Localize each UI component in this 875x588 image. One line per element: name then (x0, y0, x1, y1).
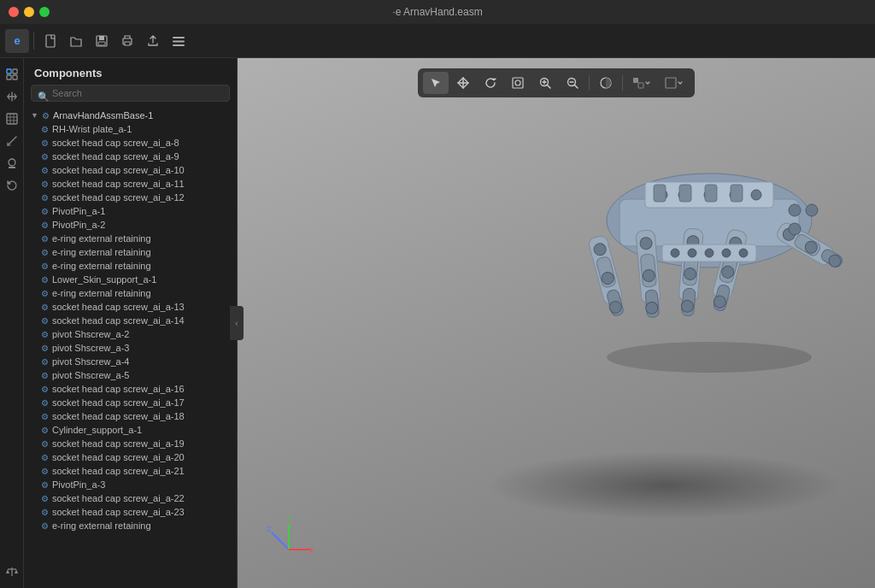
tree-item[interactable]: ⚙ e-ring external retaining (24, 519, 237, 532)
tree-item[interactable]: ⚙ pivot Shscrew_a-5 (24, 368, 237, 382)
svg-rect-7 (173, 40, 185, 42)
root-part-icon: ⚙ (42, 111, 50, 121)
sidebar-icon-balance[interactable] (3, 562, 21, 581)
tree-item[interactable]: ⚙ socket head cap screw_ai_a-23 (24, 505, 237, 519)
save-button[interactable] (90, 29, 114, 53)
viewport-zoom-out-button[interactable] (560, 72, 585, 94)
svg-point-74 (688, 249, 696, 257)
viewport-pan-button[interactable] (450, 72, 476, 94)
tree-item-label: socket head cap screw_ai_a-10 (52, 165, 185, 175)
tree-item[interactable]: ⚙ pivot Shscrew_a-4 (24, 355, 237, 368)
part-icon: ⚙ (41, 179, 49, 189)
tree-item[interactable]: ⚙ e-ring external retaining (24, 259, 237, 273)
part-icon: ⚙ (41, 220, 49, 230)
tree-item[interactable]: ⚙ socket head cap screw_ai_a-12 (24, 191, 237, 204)
tree-item-label: socket head cap screw_ai_a-14 (52, 315, 185, 326)
3d-viewport[interactable]: Z Y X (238, 58, 875, 588)
part-icon: ⚙ (41, 316, 49, 326)
viewport-view-button[interactable] (659, 72, 690, 94)
tree-item[interactable]: ⚙ pivot Shscrew_a-3 (24, 341, 237, 355)
viewport-select-button[interactable] (423, 72, 449, 94)
tree-item[interactable]: ⚙ Cylinder_support_a-1 (24, 423, 237, 437)
tree-item[interactable]: ⚙ e-ring external retaining (24, 245, 237, 259)
part-icon: ⚙ (41, 494, 49, 503)
minimize-button[interactable] (24, 7, 34, 17)
window-title: ∙e ArnavHand.easm (392, 6, 482, 18)
tree-item-label: socket head cap screw_ai_a-18 (52, 411, 185, 421)
tree-item[interactable]: ⚙ socket head cap screw_ai_a-11 (24, 177, 237, 191)
part-icon: ⚙ (41, 248, 49, 257)
tree-item[interactable]: ⚙ socket head cap screw_ai_a-8 (24, 136, 237, 150)
tree-item[interactable]: ⚙ socket head cap screw_ai_a-21 (24, 464, 237, 478)
part-icon: ⚙ (41, 166, 49, 175)
component-tree: ▼ ⚙ ArnavHandAssmBase-1 ⚙ RH-Wrist plate… (24, 109, 237, 588)
svg-rect-39 (679, 185, 691, 202)
svg-rect-2 (99, 36, 104, 40)
tree-item[interactable]: ⚙ socket head cap screw_ai_a-18 (24, 409, 237, 423)
viewport-zoom-in-button[interactable] (532, 72, 558, 94)
open-file-button[interactable] (64, 29, 88, 53)
tree-item[interactable]: ⚙ RH-Wrist plate_a-1 (24, 122, 237, 136)
main-layout: Components 🔍 ▼ ⚙ ArnavHandAssmBase-1 ⚙ R… (0, 58, 875, 588)
part-icon: ⚙ (41, 357, 49, 367)
settings-button[interactable] (167, 29, 191, 53)
viewport-zoom-fit-button[interactable] (505, 72, 531, 94)
viewport-rotate-button[interactable] (478, 72, 503, 94)
panel-collapse-handle[interactable]: ‹ (230, 306, 244, 340)
tree-item-label: PivotPin_a-1 (52, 206, 105, 216)
tree-item-label: Cylinder_support_a-1 (52, 425, 142, 435)
tree-item[interactable]: ⚙ socket head cap screw_ai_a-22 (24, 491, 237, 505)
print-button[interactable] (115, 29, 139, 53)
tree-item-label: socket head cap screw_ai_a-19 (52, 438, 185, 449)
svg-point-80 (789, 223, 801, 235)
tree-root-item[interactable]: ▼ ⚙ ArnavHandAssmBase-1 (24, 109, 237, 122)
sidebar-icon-history[interactable] (3, 176, 21, 195)
logo-button[interactable]: e (5, 29, 29, 53)
viewport-materials-button[interactable] (593, 72, 619, 94)
new-file-button[interactable] (38, 29, 62, 53)
sidebar-icon-stamp[interactable] (3, 154, 21, 173)
viewport-display-mode-button[interactable] (626, 72, 657, 94)
sidebar-icon-transform[interactable] (3, 87, 21, 106)
tree-item[interactable]: ⚙ pivot Shscrew_a-2 (24, 327, 237, 341)
part-icon: ⚙ (41, 262, 49, 271)
tree-item-label: PivotPin_a-2 (52, 220, 105, 230)
tree-item[interactable]: ⚙ e-ring external retaining (24, 286, 237, 300)
part-icon: ⚙ (41, 412, 49, 421)
export-button[interactable] (141, 29, 165, 53)
tree-item[interactable]: ⚙ socket head cap screw_ai_a-17 (24, 396, 237, 409)
tree-item[interactable]: ⚙ Lower_Skin_support_a-1 (24, 273, 237, 286)
part-icon: ⚙ (41, 330, 49, 339)
search-input[interactable] (31, 85, 230, 102)
tree-item-label: PivotPin_a-3 (52, 479, 105, 490)
tree-item[interactable]: ⚙ socket head cap screw_ai_a-9 (24, 150, 237, 163)
sidebar-icon-sketch[interactable] (3, 109, 21, 128)
svg-rect-6 (173, 37, 185, 38)
svg-rect-10 (13, 69, 17, 74)
part-icon: ⚙ (41, 275, 49, 285)
tree-item[interactable]: ⚙ socket head cap screw_ai_a-20 (24, 450, 237, 464)
tree-item-label: socket head cap screw_ai_a-17 (52, 397, 185, 408)
svg-rect-0 (46, 35, 55, 47)
part-icon: ⚙ (41, 303, 49, 312)
svg-rect-41 (731, 185, 743, 202)
tree-item[interactable]: ⚙ socket head cap screw_ai_a-14 (24, 314, 237, 327)
svg-point-79 (806, 204, 818, 216)
tree-item-label: socket head cap screw_ai_a-12 (52, 192, 185, 203)
tree-item-label: e-ring external retaining (52, 288, 151, 298)
tree-item[interactable]: ⚙ socket head cap screw_ai_a-13 (24, 300, 237, 314)
tree-item[interactable]: ⚙ e-ring external retaining (24, 232, 237, 245)
tree-item[interactable]: ⚙ socket head cap screw_ai_a-16 (24, 382, 237, 396)
svg-point-76 (722, 249, 731, 257)
tree-item[interactable]: ⚙ PivotPin_a-2 (24, 218, 237, 232)
sidebar-icon-selection[interactable] (3, 65, 21, 84)
tree-item-label: Lower_Skin_support_a-1 (52, 274, 156, 285)
tree-item[interactable]: ⚙ PivotPin_a-3 (24, 478, 237, 491)
close-button[interactable] (9, 7, 19, 17)
maximize-button[interactable] (39, 7, 50, 17)
tree-item[interactable]: ⚙ PivotPin_a-1 (24, 204, 237, 218)
svg-point-37 (751, 190, 761, 200)
tree-item[interactable]: ⚙ socket head cap screw_ai_a-19 (24, 437, 237, 450)
sidebar-icon-measure[interactable] (3, 132, 21, 150)
tree-item[interactable]: ⚙ socket head cap screw_ai_a-10 (24, 163, 237, 177)
